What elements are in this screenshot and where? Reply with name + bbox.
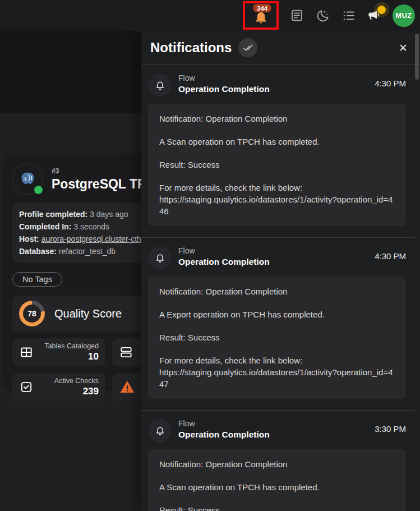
notification-link[interactable]: https://staging.qualytics.io/datastores/… bbox=[159, 194, 395, 217]
notification-count-badge: 344 bbox=[253, 4, 271, 12]
panel-title: Notifications bbox=[150, 40, 232, 56]
notification-bell-icon bbox=[148, 73, 172, 97]
top-navigation-bar: 344 bbox=[0, 0, 420, 31]
notification-heading: Flow Operation Completion bbox=[178, 246, 270, 267]
notification-text-line: A Export operation on TPCH has completed… bbox=[159, 309, 395, 320]
datastore-card-header: #3 PostgreSQL TPCH bbox=[12, 164, 159, 195]
notification-text-line: A Scan operation on TPCH has completed. bbox=[159, 136, 395, 148]
stats-grid: Tables Cataloged 10 Active Checks 239 bbox=[12, 338, 159, 401]
notification-time: 4:30 PM bbox=[375, 73, 406, 88]
notification-title: Operation Completion bbox=[178, 257, 270, 267]
notification-link-block: For more details, check the link below: … bbox=[159, 355, 395, 390]
notification-category: Flow bbox=[178, 73, 270, 82]
article-icon bbox=[290, 8, 304, 22]
article-button[interactable] bbox=[289, 8, 304, 23]
moon-stars-icon bbox=[316, 8, 330, 23]
notification-category: Flow bbox=[178, 419, 270, 428]
mark-all-read-button[interactable] bbox=[238, 38, 257, 57]
notifications-panel-header: Notifications ✕ bbox=[141, 31, 420, 65]
notification-text-line: For more details, check the link below: bbox=[159, 182, 395, 194]
list-icon bbox=[341, 8, 356, 23]
page-header-region bbox=[0, 31, 141, 113]
notification-text-line: A Scan operation on TPCH has completed. bbox=[159, 481, 395, 493]
avatar-initials: MUZ bbox=[395, 11, 412, 20]
notification-body: Notification: Operation Completion A Sca… bbox=[148, 104, 406, 226]
notifications-bell-button[interactable]: 344 bbox=[243, 1, 279, 30]
notification-item[interactable]: Flow Operation Completion 4:30 PM Notifi… bbox=[141, 238, 420, 410]
warning-triangle-icon bbox=[119, 379, 136, 395]
notification-text-line: Result: Success bbox=[159, 332, 395, 343]
notification-item-header: Flow Operation Completion 3:30 PM bbox=[141, 411, 420, 443]
notification-link[interactable]: https://staging.qualytics.io/datastores/… bbox=[159, 366, 395, 390]
notification-time: 3:30 PM bbox=[375, 419, 406, 434]
notifications-panel: Notifications ✕ Flow Operation Compl bbox=[141, 31, 420, 511]
notification-item[interactable]: Flow Operation Completion 4:30 PM Notifi… bbox=[141, 65, 420, 237]
datastore-avatar[interactable] bbox=[12, 164, 43, 195]
notification-title: Operation Completion bbox=[178, 430, 270, 440]
rows-stack-icon bbox=[119, 345, 133, 360]
close-icon: ✕ bbox=[399, 42, 408, 54]
quality-score-ring: 78 bbox=[19, 301, 45, 326]
stat-text: Tables Cataloged 10 bbox=[44, 342, 99, 363]
notification-body: Notification: Operation Completion A Sca… bbox=[148, 449, 406, 511]
notification-heading: Flow Operation Completion bbox=[178, 73, 270, 94]
notification-bell-icon bbox=[148, 246, 172, 270]
panel-scrollbar-thumb[interactable] bbox=[415, 34, 419, 80]
postgresql-logo bbox=[19, 171, 36, 188]
notification-item-header: Flow Operation Completion 4:30 PM bbox=[141, 238, 420, 270]
notification-text-line: Notification: Operation Completion bbox=[159, 286, 395, 297]
quality-score-label: Quality Score bbox=[54, 307, 122, 320]
notification-title: Operation Completion bbox=[178, 84, 270, 94]
announcements-button[interactable] bbox=[367, 8, 382, 23]
status-online-dot bbox=[34, 186, 43, 194]
notification-text-line: Notification: Operation Completion bbox=[159, 113, 395, 125]
table-grid-icon bbox=[19, 345, 34, 360]
notification-bell-icon bbox=[148, 419, 172, 443]
notification-text-line: For more details, check the link below: bbox=[159, 355, 395, 366]
double-check-icon bbox=[243, 43, 253, 53]
quality-score-value: 78 bbox=[23, 305, 41, 323]
check-square-icon bbox=[19, 380, 34, 394]
notification-heading: Flow Operation Completion bbox=[178, 419, 270, 440]
active-checks-card[interactable]: Active Checks 239 bbox=[12, 373, 105, 401]
notification-link-block: For more details, check the link below: … bbox=[159, 182, 395, 217]
announcement-dot-badge bbox=[377, 6, 386, 14]
no-tags-pill[interactable]: No Tags bbox=[12, 272, 62, 287]
notification-text-line: Result: Success bbox=[159, 159, 395, 171]
notification-category: Flow bbox=[178, 246, 270, 255]
notification-item[interactable]: Flow Operation Completion 3:30 PM Notifi… bbox=[141, 411, 420, 511]
tables-cataloged-card[interactable]: Tables Cataloged 10 bbox=[12, 338, 105, 366]
activity-list-button[interactable] bbox=[341, 8, 356, 23]
stat-text: Active Checks 239 bbox=[54, 377, 99, 398]
notification-text-line: Notification: Operation Completion bbox=[159, 458, 395, 470]
notification-time: 4:30 PM bbox=[375, 246, 406, 261]
notification-text-line: Result: Success bbox=[159, 504, 395, 511]
host-link[interactable]: aurora-postgresql.cluster-ctho bbox=[41, 234, 146, 243]
user-avatar[interactable]: MUZ bbox=[393, 4, 415, 27]
theme-toggle-button[interactable] bbox=[315, 8, 330, 23]
notification-body: Notification: Operation Completion A Exp… bbox=[148, 277, 406, 399]
notification-item-header: Flow Operation Completion 4:30 PM bbox=[141, 65, 420, 97]
close-panel-button[interactable]: ✕ bbox=[399, 43, 408, 53]
